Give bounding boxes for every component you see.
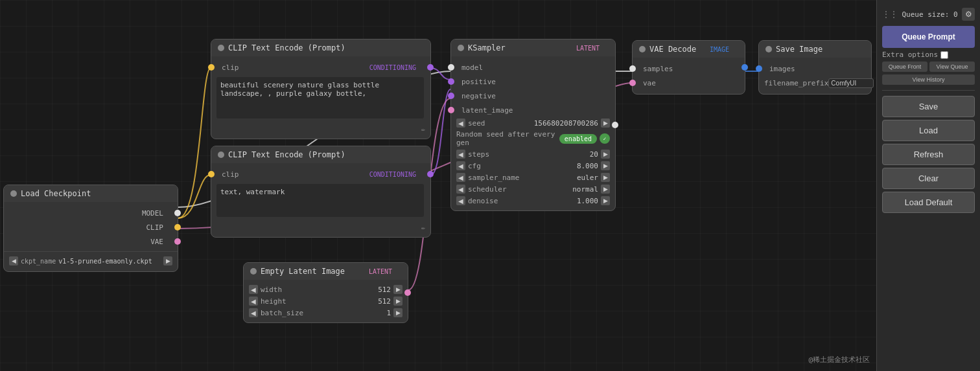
extra-options-checkbox[interactable] [940, 51, 948, 59]
batch-size-value: 1 [358, 309, 391, 317]
sampler-left-btn[interactable]: ◀ [456, 173, 465, 182]
batch-size-label: batch_size [261, 309, 356, 317]
width-left-btn[interactable]: ◀ [249, 285, 258, 294]
watermark-text: @稀土掘金技术社区 [808, 355, 870, 364]
clip-input-row-2: clip CONDITIONING [211, 167, 430, 181]
empty-latent-dot [250, 268, 257, 275]
load-checkpoint-title: Load Checkpoint [21, 189, 91, 198]
extra-options-label: Extra options [882, 51, 938, 59]
watermark: @稀土掘金技术社区 [808, 355, 870, 365]
latent-port [612, 122, 618, 128]
ksampler-latent-row: latent_image [451, 103, 615, 117]
settings-button[interactable]: ⚙ [962, 8, 975, 21]
ckpt-name-label: ckpt_name [21, 258, 56, 265]
width-row: ◀ width 512 ▶ [244, 284, 408, 295]
batch-right-btn[interactable]: ▶ [393, 308, 402, 317]
filename-prefix-row: filename_prefix [759, 76, 871, 90]
steps-row: ◀ steps 20 ▶ [451, 148, 615, 160]
empty-latent-image-node: Empty Latent Image LATENT ◀ width 512 ▶ … [243, 262, 408, 323]
sampler-name-row: ◀ sampler_name euler ▶ [451, 172, 615, 183]
random-seed-value: enabled [559, 134, 597, 144]
steps-left-btn[interactable]: ◀ [456, 150, 465, 159]
cfg-right-btn[interactable]: ▶ [601, 161, 610, 170]
filename-prefix-input[interactable] [828, 78, 874, 88]
view-queue-button[interactable]: View Queue [929, 62, 975, 72]
load-default-button[interactable]: Load Default [882, 192, 975, 213]
vae-in-row: vae [633, 76, 745, 90]
save-button[interactable]: Save [882, 96, 975, 117]
cfg-row: ◀ cfg 8.000 ▶ [451, 160, 615, 172]
random-seed-label: Random seed after every gen [456, 130, 557, 147]
model-label: MODEL [86, 209, 172, 218]
steps-right-btn[interactable]: ▶ [601, 150, 610, 159]
clip-text-encode-2-title: CLIP Text Encode (Prompt) [228, 150, 345, 159]
width-right-btn[interactable]: ▶ [393, 285, 402, 294]
refresh-button[interactable]: Refresh [882, 144, 975, 165]
text-area-container-2: text, watermark [211, 181, 430, 221]
vae-in-port [629, 80, 636, 86]
height-right-btn[interactable]: ▶ [393, 297, 402, 306]
scheduler-row: ◀ scheduler normal ▶ [451, 183, 615, 195]
denoise-label: denoise [468, 197, 563, 205]
clip-in-port-1 [208, 64, 215, 71]
scheduler-right-btn[interactable]: ▶ [601, 185, 610, 194]
queue-front-button[interactable]: Queue Front [882, 62, 928, 72]
ksampler-positive-port [448, 78, 454, 85]
denoise-value: 1.000 [566, 197, 598, 205]
model-output-row: MODEL [4, 206, 178, 220]
ckpt-right-btn[interactable]: ▶ [163, 256, 172, 265]
ksampler-title: KSampler [468, 43, 506, 52]
clip-text-encode-1-node: CLIP Text Encode (Prompt) clip CONDITION… [211, 39, 431, 139]
text-area-container-1: beautiful scenery nature glass bottle la… [211, 74, 430, 123]
random-seed-toggle[interactable]: ✓ [600, 133, 610, 144]
ksampler-model-port [448, 64, 454, 71]
denoise-right-btn[interactable]: ▶ [601, 196, 610, 205]
cfg-left-btn[interactable]: ◀ [456, 161, 465, 170]
save-image-title: Save Image [776, 45, 822, 54]
load-button[interactable]: Load [882, 120, 975, 141]
seed-right-btn[interactable]: ▶ [601, 118, 610, 128]
width-value: 512 [358, 286, 391, 294]
queue-prompt-button[interactable]: Queue Prompt [882, 26, 975, 48]
vae-decode-node: VAE Decode IMAGE samples vae [632, 40, 745, 95]
vae-label: VAE [9, 238, 172, 246]
vae-decode-header: VAE Decode IMAGE [633, 41, 745, 58]
images-in-label: images [764, 65, 866, 73]
height-left-btn[interactable]: ◀ [249, 297, 258, 306]
ksampler-seed-row: ◀ seed 156680208700286 ▶ [451, 117, 615, 129]
ksampler-negative-port [448, 93, 454, 99]
cfg-value: 8.000 [566, 162, 598, 170]
clip-in-label-1: clip [216, 63, 319, 72]
vae-decode-dot [639, 46, 646, 52]
view-history-button[interactable]: View History [882, 74, 975, 85]
ckpt-left-btn[interactable]: ◀ [9, 256, 18, 265]
ckpt-name-value: v1-5-pruned-emaonly.ckpt [58, 258, 161, 265]
clear-button[interactable]: Clear [882, 168, 975, 189]
clip-text-2[interactable]: text, watermark [216, 184, 424, 217]
clip-text-1[interactable]: beautiful scenery nature glass bottle la… [216, 77, 424, 118]
seed-value: 156680208700286 [533, 119, 598, 128]
latent-out-label: LATENT [509, 45, 609, 52]
denoise-left-btn[interactable]: ◀ [456, 196, 465, 205]
right-panel: ⋮⋮ Queue size: 0 ⚙ Queue Prompt Extra op… [876, 0, 980, 371]
sampler-right-btn[interactable]: ▶ [601, 173, 610, 182]
ckpt-row: ◀ ckpt_name v1-5-pruned-emaonly.ckpt ▶ [4, 254, 178, 267]
sampler-name-value: euler [566, 174, 598, 182]
ksampler-header: KSampler LATENT [451, 39, 615, 56]
sampler-name-label: sampler_name [468, 174, 563, 182]
batch-left-btn[interactable]: ◀ [249, 308, 258, 317]
latent-out-port [404, 289, 411, 296]
seed-left-btn[interactable]: ◀ [456, 118, 465, 128]
ksampler-negative-row: negative [451, 89, 615, 103]
edit-icon-2: ✏ [421, 224, 425, 231]
ksampler-model-label: model [456, 63, 610, 72]
clip-text-encode-1-dot [218, 45, 224, 51]
clip-text-encode-2-dot [218, 152, 224, 158]
scheduler-left-btn[interactable]: ◀ [456, 185, 465, 194]
ksampler-model-row: model [451, 60, 615, 74]
width-label: width [261, 286, 356, 294]
clip-label: CLIP [9, 223, 172, 232]
samples-port [629, 65, 636, 72]
clip-output-row: CLIP [4, 220, 178, 234]
edit-icon-1: ✏ [421, 126, 425, 133]
